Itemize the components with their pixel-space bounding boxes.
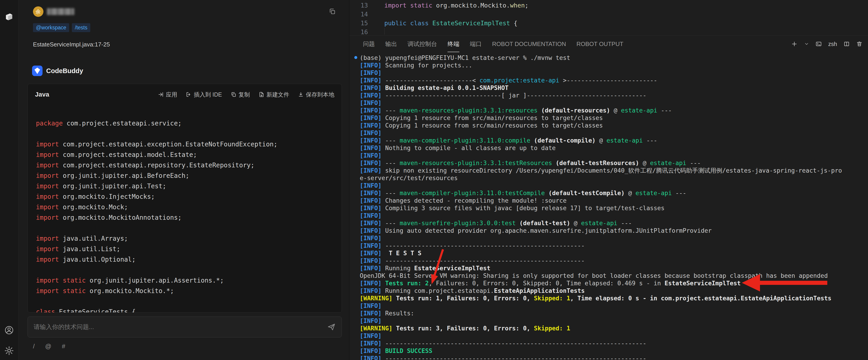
terminal-line: [INFO] Building estate-api 0.0.1-SNAPSHO…	[360, 84, 868, 91]
code-line	[36, 129, 342, 139]
code-line: import org.junit.jupiter.api.Test;	[36, 181, 342, 192]
terminal-line: [INFO] BUILD SUCCESS	[360, 347, 868, 355]
code-block-actions: 应用 插入到 IDE 复制 新建文件 保存到本地	[158, 91, 334, 99]
apply-label: 应用	[166, 91, 177, 99]
slash-command-icon[interactable]: /	[33, 343, 35, 350]
code-block: Java 应用 插入到 IDE 复制 新建文件	[28, 84, 342, 313]
copy-message-icon[interactable]	[329, 8, 336, 16]
panel-tab-ports[interactable]: 端口	[470, 36, 482, 52]
terminal-profile-chevron-icon[interactable]	[804, 41, 809, 47]
code-line: import org.mockito.InjectMocks;	[36, 192, 342, 202]
code-line: class EstateServiceTests {	[36, 307, 342, 313]
codebuddy-avatar	[32, 65, 42, 76]
code-line: import com.project.estateapi.repository.…	[36, 160, 342, 170]
new-file-button[interactable]: 新建文件	[258, 91, 289, 99]
user-message-header: 余	[33, 6, 336, 17]
panel-tab-problems[interactable]: 问题	[363, 36, 375, 52]
terminal-line: (base) yupengfei@PENGFEIYU-MC1 estate-se…	[360, 54, 868, 61]
bottom-panel: 问题输出调试控制台终端端口ROBOT DOCUMENTATIONROBOT OU…	[349, 35, 868, 360]
terminal-icon[interactable]	[815, 41, 822, 47]
mention-icon[interactable]: @	[45, 343, 52, 350]
terminal-line: [INFO] ---------------------------------…	[360, 242, 868, 249]
save-icon	[298, 91, 304, 98]
terminal-line: [INFO] --------------------------------[…	[360, 91, 868, 99]
terminal-line: [INFO]	[360, 302, 868, 309]
tag-workspace[interactable]: @workspace	[33, 23, 69, 32]
terminal-line: [INFO] Results:	[360, 309, 868, 317]
send-icon	[327, 323, 336, 331]
terminal-line: [INFO] --- maven-compiler-plugin:3.11.0:…	[360, 137, 868, 144]
send-button[interactable]	[327, 323, 336, 331]
copy-code-button[interactable]: 复制	[230, 91, 250, 99]
terminal-output: (base) yupengfei@PENGFEIYU-MC1 estate-se…	[360, 54, 868, 360]
editor-line: 13import static org.mockito.Mockito.when…	[349, 1, 868, 10]
terminal-line: [WARNING] Tests run: 3, Failures: 0, Err…	[360, 325, 868, 332]
insert-to-ide-icon	[186, 91, 192, 98]
line-number: 15	[349, 19, 368, 28]
terminal-line: [INFO] ------------------------< com.pro…	[360, 77, 868, 84]
activity-bar	[0, 0, 19, 360]
code-line: import org.mockito.MockitoAnnotations;	[36, 213, 342, 223]
terminal-line: [INFO] Using auto detected provider org.…	[360, 227, 868, 234]
kill-terminal-trash-icon[interactable]	[856, 41, 863, 47]
terminal-line: [WARNING] Tests run: 1, Failures: 0, Err…	[360, 295, 868, 302]
copy-icon	[230, 91, 237, 98]
insert-to-ide-button[interactable]: 插入到 IDE	[186, 91, 222, 99]
terminal-line: [INFO] --- maven-resources-plugin:3.3.1:…	[360, 107, 868, 114]
terminal-line: [INFO] T E S T S	[360, 249, 868, 257]
code-line: import static org.mockito.Mockito.*;	[36, 286, 342, 296]
new-file-label: 新建文件	[267, 91, 289, 99]
settings-gear-icon[interactable]	[4, 345, 14, 356]
panel-tab-robot-documentation[interactable]: ROBOT DOCUMENTATION	[492, 36, 566, 52]
new-terminal-plus-icon[interactable]	[791, 40, 798, 47]
terminal-line: e-server/src/test/resources	[360, 174, 868, 182]
terminal-actions: zsh	[791, 36, 863, 52]
shell-label[interactable]: zsh	[828, 41, 837, 47]
terminal-line: [INFO]	[360, 129, 868, 137]
terminal-line: [INFO] ---------------------------------…	[360, 339, 868, 347]
new-file-icon	[258, 91, 265, 98]
avatar-initial: 余	[36, 8, 41, 15]
account-icon[interactable]	[4, 325, 14, 335]
panel-tab-output[interactable]: 输出	[385, 36, 397, 52]
chat-input-placeholder: 请输入你的技术问题...	[34, 323, 94, 331]
panel-tab-robot-output[interactable]: ROBOT OUTPUT	[577, 36, 623, 52]
editor-line: 16	[349, 28, 868, 36]
command-status-dot	[354, 56, 357, 59]
terminal-line: [INFO] Changes detected - recompiling th…	[360, 197, 868, 204]
insert-to-ide-label: 插入到 IDE	[194, 91, 222, 99]
split-terminal-icon[interactable]	[843, 41, 850, 47]
panel-tab-debug-console[interactable]: 调试控制台	[407, 36, 437, 52]
line-number: 16	[349, 28, 368, 36]
code-line: package com.project.estateapi.service;	[36, 118, 342, 129]
terminal-line: [INFO]	[360, 234, 868, 242]
chat-input-box[interactable]: 请输入你的技术问题...	[28, 316, 342, 337]
panel-tab-terminal[interactable]: 终端	[447, 36, 459, 52]
apply-button[interactable]: 应用	[158, 91, 177, 99]
code-line: import java.util.Optional;	[36, 254, 342, 265]
terminal-line: [INFO] Nothing to compile - all classes …	[360, 144, 868, 151]
code-editor[interactable]: 13import static org.mockito.Mockito.when…	[349, 0, 868, 36]
editor-line: 14	[349, 10, 868, 19]
context-file-reference[interactable]: EstateServiceImpl.java:17-25	[33, 41, 110, 48]
terminal-line: [INFO]	[360, 69, 868, 77]
terminal-line: [INFO] Copying 1 resource from src/main/…	[360, 121, 868, 129]
terminal-line: [INFO] ---------------------------------…	[360, 355, 868, 360]
redacted-username	[47, 8, 74, 15]
code-line: import org.mockito.Mock;	[36, 202, 342, 213]
code-line: import com.project.estateapi.model.Estat…	[36, 149, 342, 160]
hash-context-icon[interactable]: #	[62, 343, 65, 350]
code-line: import org.junit.jupiter.api.BeforeEach;	[36, 170, 342, 181]
chat-panel: 余 @workspace /tests EstateServiceImpl.ja…	[19, 0, 349, 360]
tag-tests[interactable]: /tests	[72, 23, 90, 32]
terminal[interactable]: (base) yupengfei@PENGFEIYU-MC1 estate-se…	[349, 52, 868, 360]
save-local-button[interactable]: 保存到本地	[298, 91, 334, 99]
save-local-label: 保存到本地	[306, 91, 334, 99]
code-line	[36, 223, 342, 233]
line-number: 14	[349, 10, 368, 19]
code-content[interactable]: package com.project.estateapi.service; i…	[28, 105, 342, 313]
code-line: import java.util.List;	[36, 244, 342, 254]
line-number: 13	[349, 1, 368, 10]
codebuddy-logo[interactable]	[4, 12, 14, 22]
terminal-line: [INFO] Running com.project.estateapi.Est…	[360, 287, 868, 295]
